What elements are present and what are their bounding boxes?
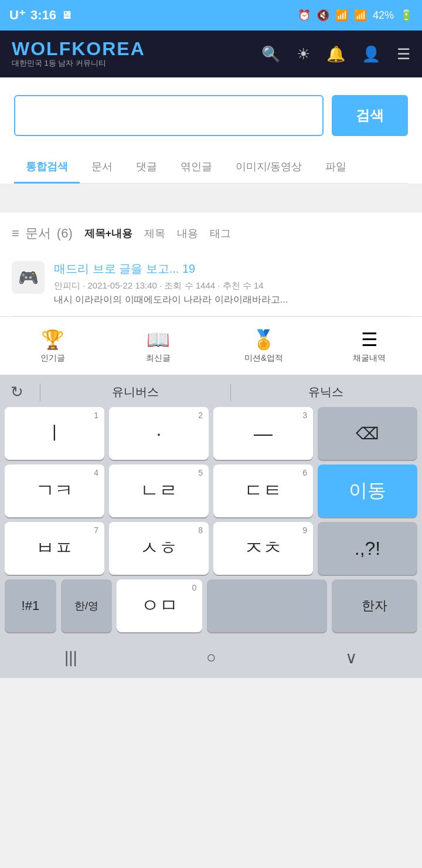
nav-mission[interactable]: 🏅 미션&업적 <box>211 328 316 364</box>
doc-section-title: ≡ 문서 (6) <box>12 225 73 242</box>
logo-area: WOLFKOREA 대한민국 1등 남자 커뮤니티 <box>12 39 145 69</box>
nav-latest[interactable]: 📖 최신글 <box>106 328 211 364</box>
carrier-label: U⁺ <box>9 8 26 23</box>
nav-popular[interactable]: 🏆 인기글 <box>0 328 106 364</box>
key-rows: 1 ㅣ 2 · 3 — ⌫ 4 ㄱㅋ 5 ㄴㄹ <box>5 407 417 632</box>
key-special-chars[interactable]: !#1 <box>5 579 56 632</box>
filter-content[interactable]: 내용 <box>177 226 198 240</box>
suggestion-2[interactable]: 유닉스 <box>240 384 411 400</box>
key-ㄷㅌ[interactable]: 6 ㄷㅌ <box>213 464 313 517</box>
key-dot[interactable]: 2 · <box>109 407 209 460</box>
key-row-1: 1 ㅣ 2 · 3 — ⌫ <box>5 407 417 460</box>
search-input[interactable] <box>14 95 324 136</box>
doc-item-meta: 안피디 · 2021-05-22 13:40 · 조회 수 1444 · 추천 … <box>54 280 410 291</box>
suggestion-1[interactable]: 유니버스 <box>50 384 221 400</box>
status-left: U⁺ 3:16 🖥 <box>9 8 72 23</box>
key-row-4: !#1 한/영 0 ㅇㅁ 한자 <box>5 579 417 632</box>
back-btn[interactable]: ∨ <box>322 642 381 673</box>
tab-file[interactable]: 파일 <box>314 150 358 183</box>
gap-area <box>0 184 422 213</box>
key-space[interactable] <box>207 579 327 632</box>
refresh-icon[interactable]: ↻ <box>11 383 23 401</box>
doc-item-preview: 내시 이라라이의 이때에도라이 나라라 이라이래바라고... <box>54 294 410 306</box>
search-row: 검색 <box>14 95 408 136</box>
popular-icon: 🏆 <box>41 328 64 351</box>
menu-icon[interactable]: ☰ <box>397 45 410 63</box>
mute-icon: 🔇 <box>316 9 329 22</box>
user-icon[interactable]: 👤 <box>362 45 380 63</box>
key-dash[interactable]: 3 — <box>213 407 313 460</box>
doc-item-title[interactable]: 매드리 브로 글을 보고... 19 <box>54 261 410 277</box>
tab-related[interactable]: 엮인글 <box>169 150 224 183</box>
filter-title-content[interactable]: 제목+내용 <box>84 226 133 240</box>
keyboard-area: ↻ 유니버스 유닉스 1 ㅣ 2 · 3 — ⌫ <box>0 375 422 637</box>
search-area: 검색 통합검색 문서 댓글 엮인글 이미지/동영상 파일 <box>0 77 422 184</box>
status-right: ⏰ 🔇 📶 📶 42% 🔋 <box>298 9 413 22</box>
popular-label: 인기글 <box>40 353 65 364</box>
doc-thumb: 🎮 <box>12 261 45 294</box>
brightness-icon[interactable]: ☀ <box>297 45 310 63</box>
header-icons: 🔍 ☀ 🔔 👤 ☰ <box>261 45 410 63</box>
doc-count: (6) <box>57 226 73 241</box>
suggestions-row: ↻ 유니버스 유닉스 <box>5 381 417 407</box>
key-hanja[interactable]: 한자 <box>332 579 417 632</box>
bell-icon[interactable]: 🔔 <box>326 45 345 63</box>
sim-icon: 🖥 <box>61 9 72 22</box>
battery-label: 42% <box>373 9 394 22</box>
alarm-icon: ⏰ <box>298 9 311 22</box>
key-punctuation[interactable]: .,?! <box>318 522 417 575</box>
home-btn[interactable]: ○ <box>183 642 240 673</box>
tab-image[interactable]: 이미지/동영상 <box>224 150 314 183</box>
mission-label: 미션&업적 <box>244 353 283 364</box>
mining-label: 채굴내역 <box>353 353 386 364</box>
suggestion-divider-2 <box>230 384 231 401</box>
doc-content: 매드리 브로 글을 보고... 19 안피디 · 2021-05-22 13:4… <box>54 261 410 306</box>
signal-icon: 📶 <box>354 9 367 22</box>
key-row-2: 4 ㄱㅋ 5 ㄴㄹ 6 ㄷㅌ 이동 <box>5 464 417 517</box>
filter-title[interactable]: 제목 <box>144 226 165 240</box>
logo-subtitle: 대한민국 1등 남자 커뮤니티 <box>12 58 145 69</box>
search-button[interactable]: 검색 <box>332 95 408 136</box>
doc-title-icon: ≡ <box>12 226 19 241</box>
key-lang-switch[interactable]: 한/영 <box>61 579 113 632</box>
mission-icon: 🏅 <box>252 328 275 351</box>
filter-tag[interactable]: 태그 <box>210 226 231 240</box>
logo-text: WOLFKOREA <box>12 39 145 58</box>
doc-filter-tabs: 제목+내용 제목 내용 태그 <box>84 226 232 240</box>
key-ㅅㅎ[interactable]: 8 ㅅㅎ <box>109 522 209 575</box>
key-ㅣ[interactable]: 1 ㅣ <box>5 407 104 460</box>
doc-item: 🎮 매드리 브로 글을 보고... 19 안피디 · 2021-05-22 13… <box>12 252 410 316</box>
latest-label: 최신글 <box>146 353 171 364</box>
header: WOLFKOREA 대한민국 1등 남자 커뮤니티 🔍 ☀ 🔔 👤 ☰ <box>0 30 422 77</box>
key-ㅈㅊ[interactable]: 9 ㅈㅊ <box>213 522 313 575</box>
doc-header: ≡ 문서 (6) 제목+내용 제목 내용 태그 <box>12 225 410 242</box>
key-ㄴㄹ[interactable]: 5 ㄴㄹ <box>109 464 209 517</box>
battery-icon: 🔋 <box>400 9 413 22</box>
key-move[interactable]: 이동 <box>318 464 417 517</box>
key-ㅂㅍ[interactable]: 7 ㅂㅍ <box>5 522 104 575</box>
tab-unified[interactable]: 통합검색 <box>14 150 80 183</box>
bottom-bar: ||| ○ ∨ <box>0 637 422 678</box>
key-backspace[interactable]: ⌫ <box>318 407 417 460</box>
doc-title-text: 문서 <box>25 225 51 242</box>
tab-comment[interactable]: 댓글 <box>124 150 169 183</box>
key-ㅇㅁ[interactable]: 0 ㅇㅁ <box>117 579 202 632</box>
wifi-icon: 📶 <box>335 9 348 22</box>
search-icon[interactable]: 🔍 <box>261 45 280 63</box>
doc-section: ≡ 문서 (6) 제목+내용 제목 내용 태그 🎮 매드리 브로 글을 보고..… <box>0 213 422 316</box>
recent-apps-btn[interactable]: ||| <box>41 642 101 673</box>
tab-doc[interactable]: 문서 <box>80 150 124 183</box>
key-ㄱㅋ[interactable]: 4 ㄱㅋ <box>5 464 104 517</box>
mining-icon: ☰ <box>361 328 378 351</box>
time-label: 3:16 <box>30 8 56 23</box>
status-bar: U⁺ 3:16 🖥 ⏰ 🔇 📶 📶 42% 🔋 <box>0 0 422 30</box>
search-tabs: 통합검색 문서 댓글 엮인글 이미지/동영상 파일 <box>14 150 408 184</box>
latest-icon: 📖 <box>147 328 170 351</box>
nav-mining[interactable]: ☰ 채굴내역 <box>316 328 422 364</box>
bottom-nav: 🏆 인기글 📖 최신글 🏅 미션&업적 ☰ 채굴내역 <box>0 316 422 375</box>
key-row-3: 7 ㅂㅍ 8 ㅅㅎ 9 ㅈㅊ .,?! <box>5 522 417 575</box>
suggestion-divider <box>40 384 40 401</box>
